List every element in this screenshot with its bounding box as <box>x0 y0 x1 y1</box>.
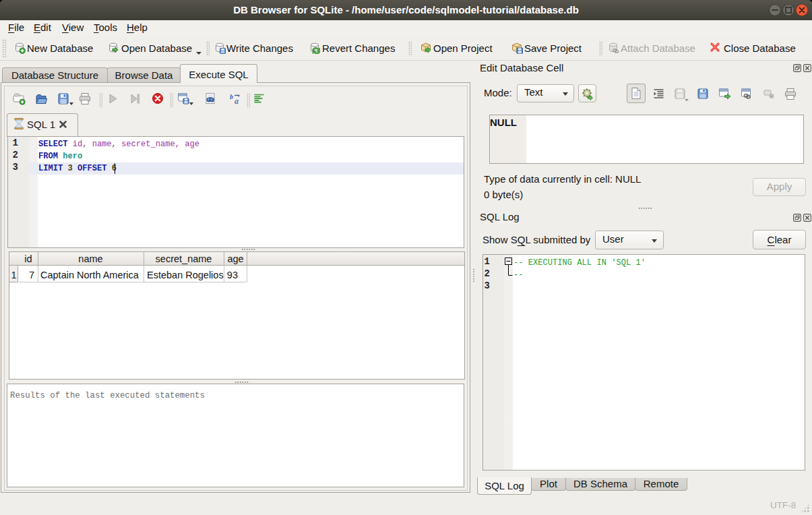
svg-text:b: b <box>230 93 233 100</box>
svg-text:a: a <box>235 96 239 105</box>
